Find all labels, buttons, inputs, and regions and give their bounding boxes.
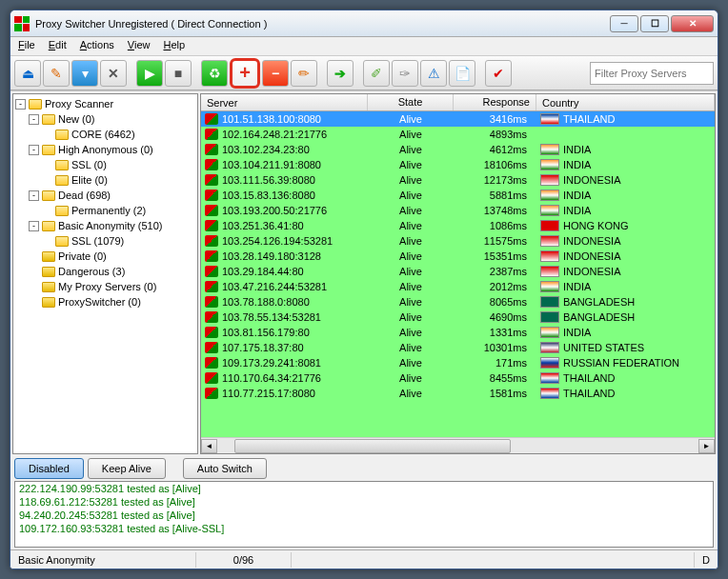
log-panel[interactable]: 222.124.190.99:53281 tested as [Alive]11… xyxy=(14,481,714,548)
disabled-button[interactable]: Disabled xyxy=(14,458,84,479)
table-row[interactable]: 101.51.138.100:8080Alive3416msTHAILAND xyxy=(201,111,715,127)
server-list[interactable]: Server State Response Country 101.51.138… xyxy=(200,93,716,454)
app-window: Proxy Switcher Unregistered ( Direct Con… xyxy=(10,10,718,569)
col-response[interactable]: Response xyxy=(454,94,536,110)
dropper-button[interactable]: ✐ xyxy=(363,60,390,87)
tree-node[interactable]: Dangerous (3) xyxy=(15,264,195,279)
alert-button[interactable]: ⚠ xyxy=(420,60,447,87)
stop-button[interactable]: ■ xyxy=(165,60,192,87)
list-header[interactable]: Server State Response Country xyxy=(201,94,715,111)
col-country[interactable]: Country xyxy=(536,94,715,110)
toolbar: ⏏ ✎ ▾ ✕ ▶ ■ ♻ − ✏ ➔ ✐ ✑ ⚠ 📄 ✔ xyxy=(10,56,718,90)
tree-node[interactable]: Permanently (2) xyxy=(15,203,195,218)
brush-button[interactable]: ✑ xyxy=(392,60,418,87)
tree-node[interactable]: -Dead (698) xyxy=(15,188,195,203)
statusbar: Basic Anonymity 0/96 D xyxy=(10,549,718,569)
menu-help[interactable]: Help xyxy=(163,39,185,53)
horiz-scrollbar[interactable]: ◄► xyxy=(201,437,715,453)
menu-actions[interactable]: Actions xyxy=(80,39,114,53)
wand-button[interactable]: ✎ xyxy=(43,60,70,87)
tree-node[interactable]: -High Anonymous (0) xyxy=(15,142,195,157)
table-row[interactable]: 103.28.149.180:3128Alive15351msINDONESIA xyxy=(201,249,715,264)
autoswitch-button[interactable]: Auto Switch xyxy=(183,458,267,479)
close-button[interactable]: ✕ xyxy=(671,15,714,32)
tree-node[interactable]: SSL (0) xyxy=(15,157,195,172)
remove-button[interactable]: − xyxy=(262,60,289,87)
table-row[interactable]: 103.29.184.44:80Alive2387msINDONESIA xyxy=(201,264,715,279)
table-row[interactable]: 103.251.36.41:80Alive1086msHONG KONG xyxy=(201,218,715,233)
table-row[interactable]: 103.254.126.194:53281Alive11575msINDONES… xyxy=(201,233,715,249)
table-row[interactable]: 103.15.83.136:8080Alive5881msINDIA xyxy=(201,188,715,203)
table-row[interactable]: 110.170.64.34:21776Alive8455msTHAILAND xyxy=(201,370,715,386)
x-button[interactable]: ✕ xyxy=(100,60,127,87)
table-row[interactable]: 110.77.215.17:8080Alive1581msTHAILAND xyxy=(201,386,715,401)
filter-input[interactable] xyxy=(590,62,714,85)
table-row[interactable]: 103.111.56.39:8080Alive12173msINDONESIA xyxy=(201,172,715,188)
down-button[interactable]: ▾ xyxy=(71,60,98,87)
table-row[interactable]: 103.47.216.244:53281Alive2012msINDIA xyxy=(201,279,715,294)
tree-node[interactable]: -Proxy Scanner xyxy=(15,96,195,111)
tree-node[interactable]: -New (0) xyxy=(15,111,195,127)
table-row[interactable]: 103.193.200.50:21776Alive13748msINDIA xyxy=(201,203,715,218)
tree-node[interactable]: CORE (6462) xyxy=(15,127,195,142)
menubar: File Edit Actions View Help xyxy=(10,37,718,56)
tree-node[interactable]: Private (0) xyxy=(15,249,195,264)
tree-node[interactable]: SSL (1079) xyxy=(15,233,195,249)
play-button[interactable]: ▶ xyxy=(136,60,163,87)
table-row[interactable]: 103.81.156.179:80Alive1331msINDIA xyxy=(201,325,715,340)
menu-edit[interactable]: Edit xyxy=(49,39,67,53)
status-left: Basic Anonymity xyxy=(10,552,196,568)
check-button[interactable]: ✔ xyxy=(485,60,512,87)
table-row[interactable]: 103.102.234.23:80Alive4612msINDIA xyxy=(201,142,715,157)
table-row[interactable]: 103.104.211.91:8080Alive18106msINDIA xyxy=(201,157,715,172)
table-row[interactable]: 103.78.188.0:8080Alive8065msBANGLADESH xyxy=(201,294,715,309)
tree-node[interactable]: Elite (0) xyxy=(15,172,195,188)
col-server[interactable]: Server xyxy=(201,94,368,110)
maximize-button[interactable]: ☐ xyxy=(640,15,669,32)
menu-file[interactable]: File xyxy=(18,39,35,53)
tree-node[interactable]: -Basic Anonymity (510) xyxy=(15,218,195,233)
eject-button[interactable]: ⏏ xyxy=(14,60,41,87)
edit-button[interactable]: ✏ xyxy=(291,60,317,87)
add-button[interactable] xyxy=(230,58,260,89)
tree-node[interactable]: ProxySwitcher (0) xyxy=(15,294,195,309)
keepalive-button[interactable]: Keep Alive xyxy=(88,458,166,479)
report-button[interactable]: 📄 xyxy=(449,60,475,87)
status-right: D xyxy=(694,552,718,568)
recycle-button[interactable]: ♻ xyxy=(201,60,228,87)
table-row[interactable]: 109.173.29.241:8081Alive171msRUSSIAN FED… xyxy=(201,355,715,370)
tree-node[interactable]: My Proxy Servers (0) xyxy=(15,279,195,294)
app-icon xyxy=(14,16,30,31)
col-state[interactable]: State xyxy=(368,94,454,110)
table-row[interactable]: 102.164.248.21:21776Alive4893ms xyxy=(201,127,715,142)
menu-view[interactable]: View xyxy=(128,39,151,53)
next-button[interactable]: ➔ xyxy=(327,60,354,87)
table-row[interactable]: 107.175.18.37:80Alive10301msUNITED STATE… xyxy=(201,340,715,355)
table-row[interactable]: 103.78.55.134:53281Alive4690msBANGLADESH xyxy=(201,309,715,325)
folder-tree[interactable]: -Proxy Scanner-New (0)CORE (6462)-High A… xyxy=(12,93,198,454)
window-title: Proxy Switcher Unregistered ( Direct Con… xyxy=(35,18,267,30)
titlebar[interactable]: Proxy Switcher Unregistered ( Direct Con… xyxy=(10,10,718,37)
minimize-button[interactable]: ─ xyxy=(610,15,638,32)
status-center: 0/96 xyxy=(196,552,292,568)
